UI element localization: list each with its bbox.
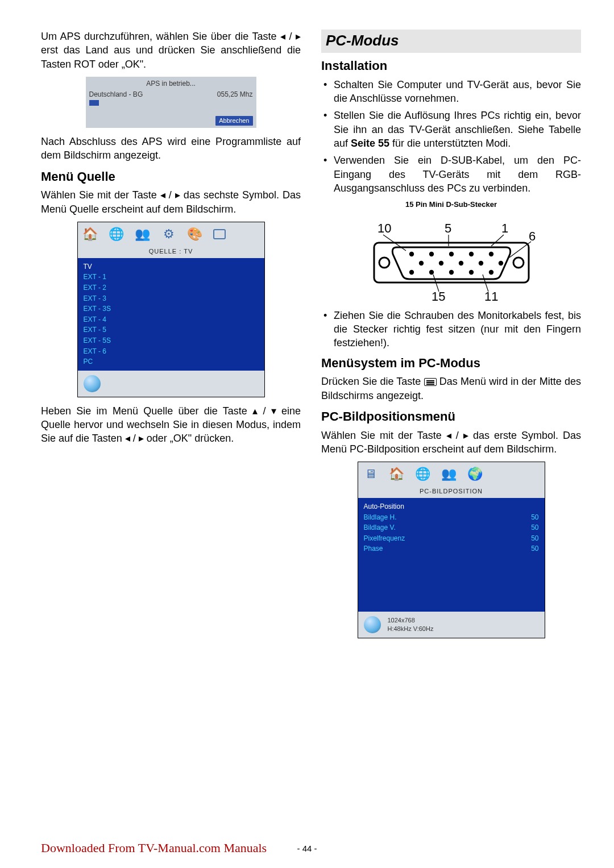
osd-icon-bar: 🏠 🌐 👥 ⚙ 🎨 [78,222,264,246]
group-icon: 👥 [135,226,151,242]
home-icon: 🏠 [82,226,98,242]
source-item[interactable]: TV [84,261,259,272]
gear-icon: ⚙ [161,226,177,242]
osd-footer: 1024x768 H:48kHz V:60Hz [358,612,545,638]
aps-status: APS in betrieb... [89,79,253,88]
pc-setting-row[interactable]: Bildlage V.50 [364,522,539,533]
page-number: - 44 - [0,843,614,854]
globe-icon: 🌐 [415,466,431,482]
svg-point-7 [379,258,389,268]
osd-footer [78,371,264,397]
svg-point-21 [449,270,453,275]
quelle-intro: Wählen Sie mit der Taste ◂ / ▸ das sechs… [41,188,301,216]
menusystem-text: Drücken Sie die Taste Das Menü wird in d… [321,375,581,402]
pin-label-1: 1 [501,221,508,235]
svg-point-15 [438,261,443,265]
install-bullet: Stellen Sie die Auflösung Ihres PCs rich… [321,109,581,150]
pc-bildpos-intro: Wählen Sie mit der Taste ◂ / ▸ das erste… [321,429,581,456]
osd-icon-bar: 🖥 🏠 🌐 👥 🌍 [358,462,545,486]
pc-setting-row[interactable]: Bildlage H.50 [364,512,539,523]
svg-point-14 [418,261,423,265]
heading-pc-modus: PC-Modus [321,30,581,53]
osd-title: QUELLE : TV [78,246,264,258]
heading-menu-quelle: Menü Quelle [41,168,301,185]
osd-body: Auto-Position Bildlage H.50 Bildlage V.5… [358,498,545,612]
world-icon: 🌍 [467,466,483,482]
source-item[interactable]: EXT - 5S [84,335,259,346]
svg-point-23 [488,270,493,275]
globe-icon [364,616,381,633]
svg-point-20 [429,270,433,275]
svg-point-16 [458,261,463,265]
source-item[interactable]: PC [84,356,259,367]
svg-point-19 [409,270,413,275]
dsub-diagram: 15 Pin Mini D-Sub-Stecker 10 5 1 6 15 11 [321,200,581,303]
monitor-icon: 🖥 [363,466,379,482]
source-item[interactable]: EXT - 3 [84,293,259,304]
source-item[interactable]: EXT - 6 [84,346,259,357]
svg-point-9 [409,252,413,256]
svg-point-8 [513,258,524,268]
tighten-bullet: Ziehen Sie die Schrauben des Monitorkabe… [321,309,581,350]
aps-progress-bar [89,100,253,106]
source-item[interactable]: EXT - 2 [84,283,259,293]
osd-body: TV EXT - 1 EXT - 2 EXT - 3 EXT - 3S EXT … [78,258,264,371]
refresh-text: H:48kHz V:60Hz [388,625,434,633]
source-item[interactable]: EXT - 1 [84,272,259,283]
source-item[interactable]: EXT - 5 [84,325,259,335]
aps-cancel-button[interactable]: Abbrechen [215,116,252,126]
pc-setting-row[interactable]: Auto-Position [364,501,539,512]
dsub-connector-svg: 10 5 1 6 15 11 [355,212,548,303]
menu-icon [424,378,437,386]
pin-label-6: 6 [529,229,536,243]
install-bullet: Schalten Sie Computer und TV-Gerät aus, … [321,78,581,106]
svg-line-2 [491,235,504,246]
tighten-list: Ziehen Sie die Schrauben des Monitorkabe… [321,309,581,350]
heading-pc-bildpos: PC-Bildpositionsmenü [321,408,581,425]
pin-label-10: 10 [377,221,391,235]
aps-country: Deutschland - BG [89,90,143,99]
left-column: Um APS durchzuführen, wählen Sie über di… [41,30,301,645]
svg-point-12 [468,252,473,256]
pin-label-11: 11 [484,289,498,303]
source-item[interactable]: EXT - 4 [84,314,259,325]
aps-intro: Um APS durchzuführen, wählen Sie über di… [41,30,301,71]
dsub-caption: 15 Pin Mini D-Sub-Stecker [321,200,581,210]
heading-installation: Installation [321,57,581,74]
svg-point-17 [478,261,483,265]
svg-point-10 [429,252,433,256]
svg-point-11 [449,252,453,256]
palette-icon: 🎨 [187,226,203,242]
home-icon: 🏠 [389,466,405,482]
aps-after-text: Nach Abschluss des APS wird eine Program… [41,135,301,163]
globe-icon [84,375,101,392]
install-bullet: Verwenden Sie ein D-SUB-Kabel, um den PC… [321,153,581,195]
osd-pc-bildpos-menu: 🖥 🏠 🌐 👥 🌍 PC-BILDPOSITION Auto-Position … [358,462,545,638]
pc-setting-row[interactable]: Phase50 [364,543,539,554]
tv-icon [213,229,226,239]
group-icon: 👥 [441,466,457,482]
quelle-after-text: Heben Sie im Menü Quelle über die Taste … [41,404,301,446]
osd-title: PC-BILDPOSITION [358,486,545,498]
globe-icon: 🌐 [109,226,125,242]
pc-setting-row[interactable]: Pixelfrequenz50 [364,533,539,544]
source-item[interactable]: EXT - 3S [84,304,259,314]
svg-point-22 [468,270,473,275]
aps-progress-box: APS in betrieb... Deutschland - BG 055,2… [86,77,256,128]
installation-list: Schalten Sie Computer und TV-Gerät aus, … [321,78,581,195]
svg-point-13 [488,252,493,256]
aps-frequency: 055,25 Mhz [217,90,253,99]
right-column: PC-Modus Installation Schalten Sie Compu… [321,30,581,645]
pin-label-5: 5 [445,221,451,235]
heading-menusystem: Menüsystem im PC-Modus [321,355,581,372]
svg-point-18 [498,261,503,265]
osd-quelle-menu: 🏠 🌐 👥 ⚙ 🎨 QUELLE : TV TV EXT - 1 EXT - 2… [77,222,265,397]
resolution-text: 1024x768 [388,616,434,625]
